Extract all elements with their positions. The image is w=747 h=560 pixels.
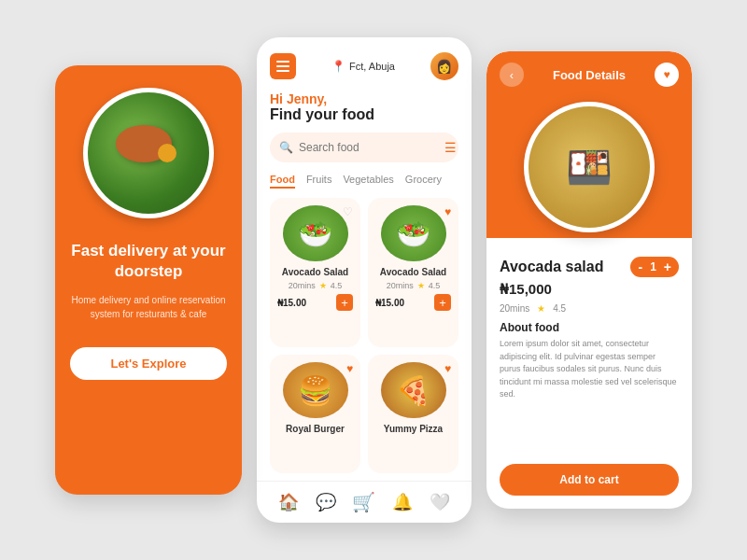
screen-detail: ‹ Food Details ♥ 🍱 Avocada salad - 1 + ₦… bbox=[486, 51, 692, 509]
home-header: 📍 Fct, Abuja 👩 bbox=[257, 37, 472, 88]
screen-splash: Fast delivery at your doorstep Home deli… bbox=[55, 65, 242, 495]
nav-cart-icon[interactable]: 🛒 bbox=[352, 491, 375, 513]
quantity-control: - 1 + bbox=[630, 257, 679, 277]
dish-plate: 🍱 bbox=[524, 102, 655, 232]
star-icon: ★ bbox=[417, 281, 425, 290]
add-button[interactable]: + bbox=[336, 294, 353, 311]
food-rating: 4.5 bbox=[331, 281, 343, 290]
detail-topbar: ‹ Food Details ♥ bbox=[500, 63, 679, 87]
search-icon: 🔍 bbox=[279, 141, 293, 154]
food-card[interactable]: ♥ Yummy Pizza bbox=[368, 355, 458, 474]
qty-decrease-button[interactable]: - bbox=[638, 259, 642, 274]
greeting-hi: Hi Jenny, bbox=[270, 91, 458, 106]
food-time: 20mins bbox=[289, 281, 316, 290]
food-card[interactable]: ♥ Avocado Salad 20mins ★ 4.5 ₦15.00 + bbox=[368, 198, 458, 347]
food-image-salad1 bbox=[283, 205, 348, 261]
food-card[interactable]: ♥ Royal Burger bbox=[270, 355, 360, 474]
food-name: Avocado Salad bbox=[282, 267, 348, 277]
food-image bbox=[88, 92, 209, 214]
food-price-row: ₦15.00 + bbox=[277, 294, 353, 311]
category-fruits[interactable]: Fruits bbox=[306, 174, 332, 189]
detail-content: Avocada salad - 1 + ₦15,000 20mins ★ 4.5… bbox=[486, 238, 692, 509]
explore-button[interactable]: Let's Explore bbox=[70, 347, 227, 380]
detail-title: Food Details bbox=[553, 68, 626, 82]
nav-home-icon[interactable]: 🏠 bbox=[278, 492, 299, 512]
category-food[interactable]: Food bbox=[270, 174, 295, 189]
food-price-row: ₦15.00 + bbox=[375, 294, 451, 311]
food-time: 20mins bbox=[387, 281, 414, 290]
food-price: ₦15.00 bbox=[375, 298, 404, 308]
dish-time: 20mins bbox=[500, 303, 529, 314]
greeting: Hi Jenny, Find your food bbox=[257, 88, 472, 133]
qty-increase-button[interactable]: + bbox=[664, 259, 671, 274]
about-text: Lorem ipsum dolor sit amet, consectetur … bbox=[500, 338, 679, 455]
food-meta: 20mins ★ 4.5 bbox=[289, 281, 343, 290]
food-image-salad2 bbox=[381, 205, 446, 261]
app-screens: Fast delivery at your doorstep Home deli… bbox=[0, 0, 747, 560]
location-text: Fct, Abuja bbox=[349, 61, 395, 72]
tagline: Fast delivery at your doorstep bbox=[70, 241, 227, 282]
add-button[interactable]: + bbox=[434, 294, 451, 311]
back-button[interactable]: ‹ bbox=[500, 63, 524, 87]
dish-title-row: Avocada salad - 1 + bbox=[500, 257, 679, 277]
food-card[interactable]: ♡ Avocado Salad 20mins ★ 4.5 ₦15.00 + bbox=[270, 198, 360, 347]
search-input[interactable] bbox=[299, 141, 439, 154]
food-image-burger bbox=[283, 362, 348, 418]
nav-heart-icon[interactable]: 🤍 bbox=[430, 492, 450, 512]
food-name: Yummy Pizza bbox=[384, 424, 443, 434]
food-name: Avocado Salad bbox=[380, 267, 446, 277]
nav-bell-icon[interactable]: 🔔 bbox=[392, 492, 413, 512]
category-vegetables[interactable]: Vegetables bbox=[343, 174, 393, 189]
detail-top: ‹ Food Details ♥ 🍱 bbox=[486, 51, 692, 238]
dish-price: ₦15,000 bbox=[500, 281, 679, 298]
category-grocery[interactable]: Grocery bbox=[405, 174, 442, 189]
about-title: About food bbox=[500, 321, 679, 334]
filter-icon[interactable]: ☰ bbox=[444, 140, 457, 155]
add-to-cart-button[interactable]: Add to cart bbox=[500, 464, 679, 496]
search-bar[interactable]: 🔍 ☰ bbox=[270, 133, 458, 162]
food-name: Royal Burger bbox=[286, 424, 345, 434]
dish-rating: 4.5 bbox=[553, 303, 566, 314]
categories: Food Fruits Vegetables Grocery bbox=[257, 174, 472, 198]
screen-home: 📍 Fct, Abuja 👩 Hi Jenny, Find your food … bbox=[257, 37, 472, 523]
food-rating: 4.5 bbox=[429, 281, 441, 290]
location-area: 📍 Fct, Abuja bbox=[331, 60, 395, 73]
star-icon: ★ bbox=[319, 281, 327, 290]
food-grid: ♡ Avocado Salad 20mins ★ 4.5 ₦15.00 + ♥ bbox=[257, 198, 472, 473]
avatar[interactable]: 👩 bbox=[430, 52, 458, 80]
favorite-button[interactable]: ♥ bbox=[655, 63, 679, 87]
food-image-circle bbox=[83, 88, 214, 218]
dish-title: Avocada salad bbox=[500, 259, 603, 275]
dish-meta: 20mins ★ 4.5 bbox=[500, 303, 679, 314]
hamburger-icon[interactable] bbox=[270, 53, 296, 79]
nav-chat-icon[interactable]: 💬 bbox=[316, 492, 336, 512]
star-icon: ★ bbox=[537, 303, 545, 314]
food-meta: 20mins ★ 4.5 bbox=[387, 281, 441, 290]
food-price: ₦15.00 bbox=[277, 298, 306, 308]
greeting-sub: Find your food bbox=[270, 106, 458, 123]
subtitle: Home delivery and online reservation sys… bbox=[70, 293, 227, 321]
qty-value: 1 bbox=[650, 260, 656, 273]
food-image-pizza bbox=[381, 362, 446, 418]
dish-image: 🍱 bbox=[529, 106, 650, 228]
bottom-nav: 🏠 💬 🛒 🔔 🤍 bbox=[257, 481, 472, 523]
location-pin-icon: 📍 bbox=[331, 60, 345, 73]
